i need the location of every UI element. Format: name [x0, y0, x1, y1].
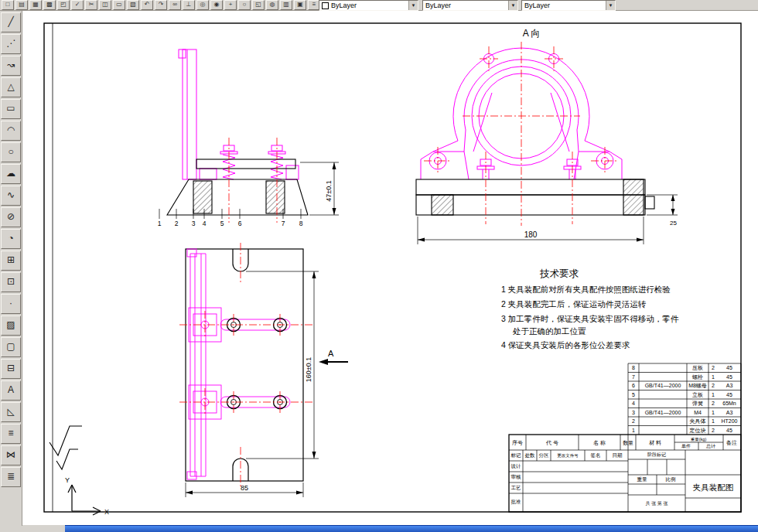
bom-cell: 立板: [692, 392, 703, 397]
insert-block-icon[interactable]: ⊞: [1, 251, 21, 271]
bom-cell: GB/T41—2000: [645, 383, 681, 388]
rev-count-label: 处数: [525, 452, 536, 459]
erase-icon[interactable]: ◺: [1, 402, 21, 422]
bom-cell: 45: [726, 428, 732, 433]
new-icon[interactable]: □: [2, 0, 14, 10]
bom-cell: HT200: [721, 418, 737, 424]
drawing-svg: 1 2 3 4 5 6 7 8 47±0.1 A 向: [22, 11, 758, 525]
cut-icon[interactable]: ✂: [85, 0, 97, 10]
chevron-down-icon[interactable]: ▼: [606, 1, 615, 10]
open-icon[interactable]: ▤: [15, 0, 28, 10]
chevron-down-icon[interactable]: ▼: [508, 1, 517, 10]
bom-cell: 螺栓: [692, 374, 703, 380]
plot-preview-icon[interactable]: ◰: [57, 0, 70, 10]
ellipse-icon[interactable]: ⊘: [1, 207, 21, 227]
mirror-icon[interactable]: ⋈: [1, 445, 21, 466]
stage-mark-label: 阶段标记: [647, 452, 666, 458]
zoom-window-icon[interactable]: ◱: [252, 0, 265, 10]
bom-cell: M4: [694, 410, 702, 415]
sheets-label: 共 张 第 张: [645, 501, 668, 506]
insert-hyperlink-icon[interactable]: ∞: [169, 0, 181, 10]
role-approve-label: 批准: [511, 499, 522, 505]
bom-cell: 2: [712, 401, 715, 406]
arc-icon[interactable]: ◠: [1, 121, 21, 141]
bom-cell: 2: [712, 365, 715, 370]
drawing-canvas[interactable]: 1 2 3 4 5 6 7 8 47±0.1 A 向: [22, 11, 758, 525]
hatch-icon[interactable]: ▨: [1, 315, 21, 336]
ucs-icon[interactable]: ⊥: [183, 0, 195, 10]
zoom-realtime-icon[interactable]: ○: [238, 0, 251, 10]
revision-cloud-icon[interactable]: ☁: [1, 164, 21, 184]
spline-icon[interactable]: ∿: [1, 186, 21, 206]
rev-date-label: 日期: [613, 452, 623, 458]
multiline-text-icon[interactable]: A: [1, 380, 21, 401]
3d-orbit-icon[interactable]: ◉: [210, 0, 223, 10]
balloon-6: 6: [238, 220, 242, 227]
undo-icon[interactable]: ↶: [141, 0, 153, 10]
a-direction-view: A 向: [416, 28, 678, 244]
table-icon[interactable]: ⊟: [1, 359, 21, 379]
line-icon[interactable]: ╱: [1, 12, 21, 32]
dim-180: 180: [524, 230, 538, 239]
chevron-down-icon[interactable]: ▼: [408, 1, 418, 10]
bom-header-note: 备注: [726, 439, 737, 446]
ucs-y-label: Y: [65, 476, 70, 484]
bom-cell: GB/T41—2000: [645, 410, 681, 415]
taskbar[interactable]: [65, 525, 758, 532]
weight-label: 重量: [637, 476, 648, 482]
balloon-3: 3: [192, 220, 196, 227]
zoom-previous-icon[interactable]: ◍: [266, 0, 278, 10]
rev-zone-label: 分区: [539, 452, 550, 458]
scale-label: 比例: [666, 476, 676, 483]
balloon-8: 8: [299, 220, 303, 227]
designcenter-icon[interactable]: ▣: [294, 0, 306, 10]
role-design-label: 设计: [511, 463, 522, 469]
region-icon[interactable]: ▢: [1, 337, 21, 357]
polyline-icon[interactable]: ↝: [1, 56, 21, 76]
offset-icon[interactable]: ≣: [1, 467, 21, 487]
color-combobox[interactable]: ByLayer ▼: [319, 0, 418, 11]
rectangle-icon[interactable]: ▭: [1, 99, 21, 119]
section-a-label: A: [328, 349, 334, 358]
bom-header-code: 代 号: [545, 440, 558, 445]
standard-toolbar: □▤▦▩◰✓✂◫▭▧↶↷∞⊥◎◉+○◱◍▥▣≡◨? ByLayer ▼ ByLa…: [0, 0, 758, 11]
make-block-icon[interactable]: ⊡: [1, 272, 21, 292]
bom-header-name: 名 称: [593, 440, 606, 446]
spelling-icon[interactable]: ✓: [71, 0, 84, 10]
tech-req-title: 技术要求: [539, 268, 579, 279]
bom-cell: 45: [726, 392, 732, 397]
properties-icon[interactable]: ▥: [280, 0, 292, 10]
bom-cell: 4: [632, 401, 635, 406]
balloon-5: 5: [220, 220, 224, 227]
construction-line-icon[interactable]: ⋰: [1, 34, 21, 54]
paste-icon[interactable]: ▭: [113, 0, 125, 10]
ellipse-arc-icon[interactable]: ◔: [1, 229, 21, 249]
bom-cell: 45: [726, 374, 732, 380]
bom-cell: 2: [712, 383, 715, 388]
linetype-value: ByLayer: [423, 2, 508, 10]
ucs-icon: [68, 485, 101, 515]
bom-cell: 7: [632, 374, 635, 380]
bom-cell: 1: [712, 418, 715, 424]
bom-cell: 定位块: [690, 428, 706, 434]
point-icon[interactable]: ·: [1, 294, 21, 314]
redo-icon[interactable]: ↷: [155, 0, 167, 10]
balloon-4: 4: [203, 220, 207, 227]
bom-cell: 2: [632, 418, 635, 424]
save-icon[interactable]: ▦: [29, 0, 42, 10]
pan-realtime-icon[interactable]: +: [224, 0, 237, 10]
surface-finish-symbols: [50, 426, 82, 469]
drawing-title: 夹具装配图: [693, 483, 734, 492]
copy-icon[interactable]: ◫: [99, 0, 111, 10]
named-views-icon[interactable]: ◎: [196, 0, 209, 10]
linetype-combobox[interactable]: ByLayer ▼: [422, 0, 518, 11]
tech-req-line: 3 加工零件时，保证夹具安装牢固不得移动，零件: [501, 314, 679, 323]
match-properties-icon[interactable]: ▧: [127, 0, 139, 10]
polygon-icon[interactable]: △: [1, 77, 21, 97]
lineweight-combobox[interactable]: ByLayer ▼: [521, 0, 616, 11]
copy-object-icon[interactable]: ≡: [1, 424, 21, 444]
plot-icon[interactable]: ▩: [43, 0, 56, 10]
bom-header-weight-unit: 单件: [681, 444, 691, 448]
circle-icon[interactable]: ○: [1, 142, 21, 162]
color-chip-icon: [322, 2, 329, 9]
